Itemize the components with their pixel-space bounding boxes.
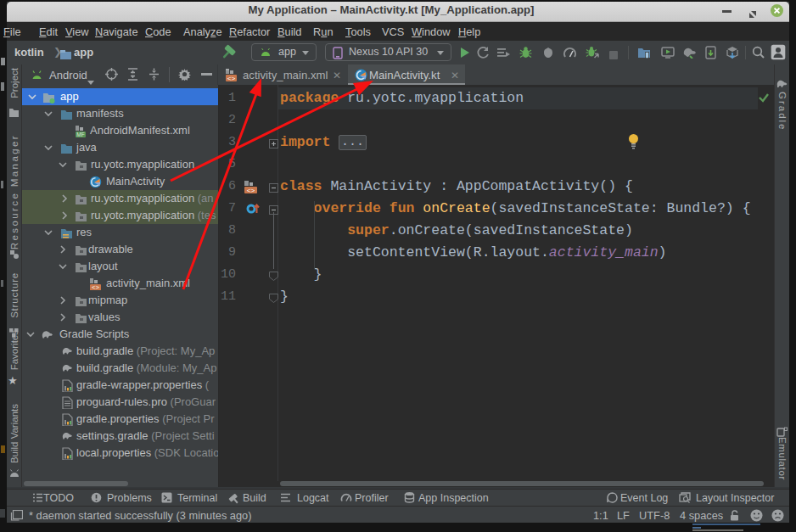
svg-text:<>: <> xyxy=(92,284,100,290)
svg-text:<>: <> xyxy=(227,75,236,82)
svg-text:MF: MF xyxy=(76,132,84,137)
svg-text:<>: <> xyxy=(247,187,255,194)
